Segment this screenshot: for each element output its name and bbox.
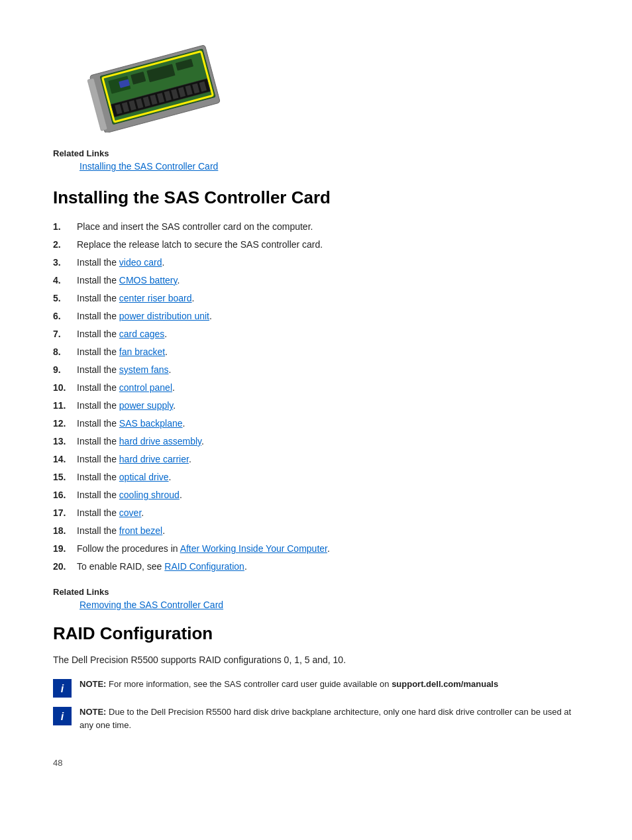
step-7-text: Install the card cages. [77,327,579,341]
power-distribution-unit-link[interactable]: power distribution unit [119,311,209,321]
sas-backplane-link[interactable]: SAS backplane [119,418,183,429]
step-5: 5. Install the center riser board. [53,291,579,305]
step-9-text: Install the system fans. [77,363,579,377]
step-11-number: 11. [53,399,77,413]
note-url-1: support.dell.com/manuals [392,679,498,689]
controller-card-image [79,26,225,132]
hard-drive-carrier-link[interactable]: hard drive carrier [119,454,189,464]
step-16: 16. Install the cooling shroud. [53,488,579,502]
center-riser-board-link[interactable]: center riser board [119,293,192,303]
top-related-links-label: Related Links [53,148,579,158]
top-related-link-item: Installing the SAS Controller Card [53,161,579,172]
cooling-shroud-link[interactable]: cooling shroud [119,490,180,500]
hard-drive-assembly-link[interactable]: hard drive assembly [119,436,201,446]
step-20-number: 20. [53,560,77,574]
step-13-number: 13. [53,435,77,448]
after-working-link[interactable]: After Working Inside Your Computer [180,543,327,554]
step-10-text: Install the control panel. [77,381,579,395]
power-supply-link[interactable]: power supply [119,400,173,411]
removing-sas-link[interactable]: Removing the SAS Controller Card [79,600,223,610]
page-number: 48 [53,758,579,768]
step-15-number: 15. [53,470,77,484]
step-9: 9. Install the system fans. [53,363,579,377]
step-1-number: 1. [53,220,77,234]
bottom-related-links-section: Related Links Removing the SAS Controlle… [53,587,579,610]
step-16-number: 16. [53,488,77,502]
note-block-1: i NOTE: For more information, see the SA… [53,678,579,698]
installation-steps-list: 1. Place and insert the SAS controller c… [53,220,579,574]
step-13-text: Install the hard drive assembly. [77,435,579,448]
step-4-text: Install the CMOS battery. [77,274,579,288]
step-6-text: Install the power distribution unit. [77,309,579,323]
raid-description: The Dell Precision R5500 supports RAID c… [53,653,579,667]
step-13: 13. Install the hard drive assembly. [53,435,579,448]
step-5-number: 5. [53,291,77,305]
step-1: 1. Place and insert the SAS controller c… [53,220,579,234]
raid-config-link[interactable]: RAID Configuration [164,561,244,572]
step-6: 6. Install the power distribution unit. [53,309,579,323]
control-panel-link[interactable]: control panel [119,382,172,393]
raid-heading: RAID Configuration [53,623,579,644]
step-3-number: 3. [53,256,77,270]
optical-drive-link[interactable]: optical drive [119,472,169,482]
step-10: 10. Install the control panel. [53,381,579,395]
svg-text:i: i [61,711,64,722]
note-block-2: i NOTE: Due to the Dell Precision R5500 … [53,706,579,731]
note-icon-1: i [53,679,72,698]
front-bezel-link[interactable]: front bezel [119,525,162,536]
cmos-battery-link[interactable]: CMOS battery [119,275,178,286]
note-label-2: NOTE: [79,707,106,717]
installing-sas-link[interactable]: Installing the SAS Controller Card [79,161,218,172]
step-12-number: 12. [53,417,77,431]
step-19: 19. Follow the procedures in After Worki… [53,542,579,556]
step-18-number: 18. [53,524,77,538]
step-14: 14. Install the hard drive carrier. [53,452,579,466]
step-14-number: 14. [53,452,77,466]
note-label-1: NOTE: [79,679,106,689]
step-18-text: Install the front bezel. [77,524,579,538]
fan-bracket-link[interactable]: fan bracket [119,346,165,357]
step-12-text: Install the SAS backplane. [77,417,579,431]
step-4-number: 4. [53,274,77,288]
step-20: 20. To enable RAID, see RAID Configurati… [53,560,579,574]
step-19-text: Follow the procedures in After Working I… [77,542,579,556]
step-14-text: Install the hard drive carrier. [77,452,579,466]
step-9-number: 9. [53,363,77,377]
step-18: 18. Install the front bezel. [53,524,579,538]
step-5-text: Install the center riser board. [77,291,579,305]
step-12: 12. Install the SAS backplane. [53,417,579,431]
step-6-number: 6. [53,309,77,323]
step-8: 8. Install the fan bracket. [53,345,579,359]
bottom-related-links-label: Related Links [53,587,579,597]
step-11: 11. Install the power supply. [53,399,579,413]
step-20-text: To enable RAID, see RAID Configuration. [77,560,579,574]
step-16-text: Install the cooling shroud. [77,488,579,502]
note-text-2: NOTE: Due to the Dell Precision R5500 ha… [79,706,579,731]
step-17-number: 17. [53,506,77,520]
svg-text:i: i [61,683,64,694]
removing-sas-link-item: Removing the SAS Controller Card [53,600,579,610]
step-17: 17. Install the cover. [53,506,579,520]
step-8-number: 8. [53,345,77,359]
video-card-link[interactable]: video card [119,257,162,268]
top-related-links-section: Related Links Installing the SAS Control… [53,148,579,172]
step-2-text: Replace the release latch to secure the … [77,238,579,252]
step-1-text: Place and insert the SAS controller card… [77,220,579,234]
card-cages-link[interactable]: card cages [119,329,164,339]
step-8-text: Install the fan bracket. [77,345,579,359]
installing-heading: Installing the SAS Controller Card [53,187,579,208]
step-15: 15. Install the optical drive. [53,470,579,484]
step-4: 4. Install the CMOS battery. [53,274,579,288]
hardware-image-container [53,26,579,132]
step-3-text: Install the video card. [77,256,579,270]
step-19-number: 19. [53,542,77,556]
step-2: 2. Replace the release latch to secure t… [53,238,579,252]
system-fans-link[interactable]: system fans [119,364,169,375]
step-10-number: 10. [53,381,77,395]
step-15-text: Install the optical drive. [77,470,579,484]
step-17-text: Install the cover. [77,506,579,520]
step-2-number: 2. [53,238,77,252]
cover-link[interactable]: cover [119,507,141,518]
step-3: 3. Install the video card. [53,256,579,270]
note-icon-2: i [53,707,72,725]
